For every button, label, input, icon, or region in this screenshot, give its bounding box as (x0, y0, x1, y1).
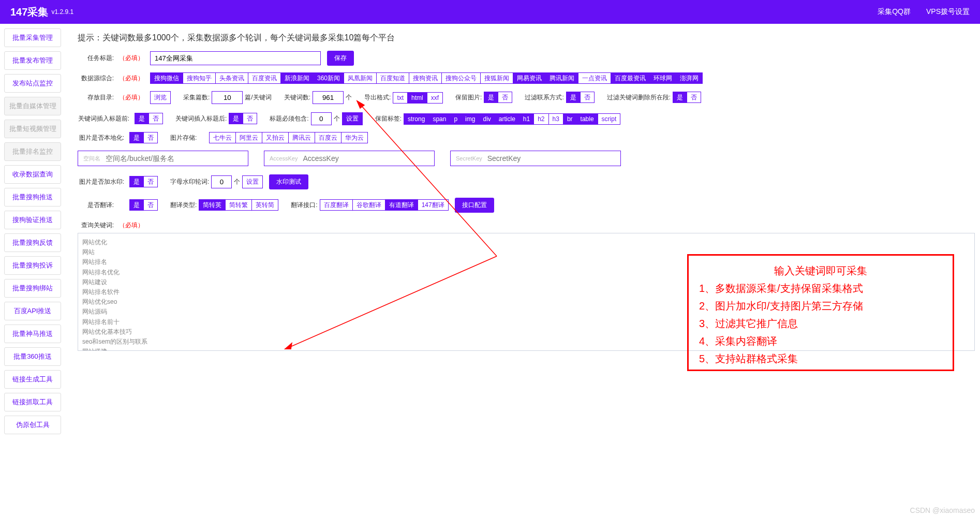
qq-group-link[interactable]: 采集QQ群 (878, 7, 911, 17)
header-right: 采集QQ群 VPS拨号设置 (878, 7, 970, 17)
vps-settings-link[interactable]: VPS拨号设置 (926, 7, 970, 17)
app-header: 147采集 v1.2.9.1 采集QQ群 VPS拨号设置 (0, 0, 980, 24)
app-version: v1.2.9.1 (51, 8, 73, 16)
app-title: 147采集 (10, 5, 48, 19)
